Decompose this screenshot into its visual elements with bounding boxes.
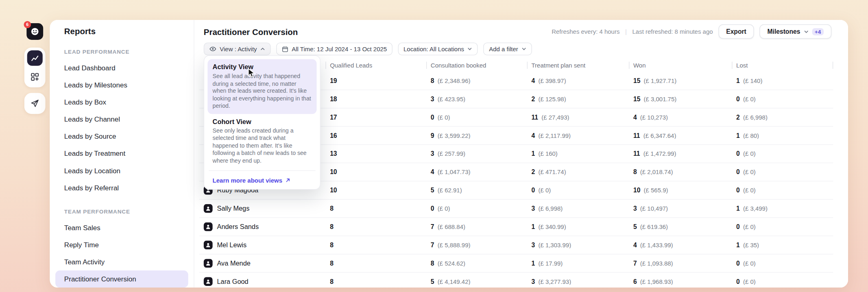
col-header-qualified-leads[interactable]: Qualified Leads (325, 59, 426, 72)
treatment-value: (£ 471.74) (538, 169, 566, 175)
treatment-count: 3 (532, 205, 535, 212)
col-header-won[interactable]: Won (629, 59, 732, 72)
qualified-leads-cell: 16 (325, 132, 426, 139)
dropdown-divider (209, 170, 316, 171)
person-icon (205, 242, 211, 248)
table-row[interactable]: Mel Lewis 8 7 (£ 5,888.99) 3 (£ 1,303.99… (199, 236, 833, 255)
treatment-count: 1 (532, 260, 535, 266)
qualified-leads-cell: 17 (325, 114, 426, 120)
lost-value: (£ 0) (743, 223, 756, 230)
qualified-leads-cell: 8 (325, 242, 426, 248)
table-row[interactable]: Anders Sands 8 7 (£ 688.84) 1 (£ 340.99)… (199, 218, 833, 236)
consultation-count: 5 (431, 278, 434, 285)
consultation-count: 3 (431, 96, 434, 102)
treatment-value: (£ 17.99) (538, 260, 563, 266)
notification-badge: 6 (24, 21, 31, 28)
sidebar-item-leads-by-box[interactable]: Leads by Box (55, 94, 188, 111)
view-option-title: Activity View (213, 63, 312, 71)
person-icon (205, 260, 211, 266)
sidebar-item-leads-by-channel[interactable]: Leads by Channel (55, 111, 188, 128)
treatment-plan-sent-cell: 4 (£ 2,117.99) (527, 132, 629, 139)
lost-count: 0 (736, 150, 740, 157)
milestones-label: Milestones (768, 28, 800, 35)
lost-cell: 0 (£ 0) (732, 223, 833, 230)
treatment-value: (£ 398.97) (538, 77, 566, 84)
line-chart-icon (31, 54, 39, 63)
view-filter-button[interactable]: View : Activity (204, 43, 271, 55)
report-main: Practitioner Conversion Refreshes every:… (194, 20, 848, 288)
qualified-leads-cell: 8 (325, 205, 426, 212)
consultation-value: (£ 423.95) (438, 96, 465, 102)
table-row[interactable]: Ava Mende 8 8 (£ 524.62) 1 (£ 17.99) 7 (… (199, 255, 833, 273)
lost-count: 1 (736, 205, 740, 212)
treatment-value: (£ 125.98) (538, 96, 566, 102)
col-header-consultation-booked[interactable]: Consultation booked (426, 59, 527, 72)
sidebar-sections: LEAD PERFORMANCELead DashboardLeads by M… (55, 49, 188, 288)
won-value: (£ 3,001.75) (644, 96, 677, 102)
calendar-icon (282, 46, 288, 52)
app-logo[interactable]: 6 (26, 23, 43, 40)
sidebar-item-leads-by-milestones[interactable]: Leads by Milestones (55, 76, 188, 94)
apps-nav-button[interactable] (27, 69, 43, 85)
external-link-icon (285, 178, 291, 183)
practitioner-cell: Ava Mende (199, 259, 325, 268)
sidebar-item-reply-time[interactable]: Reply Time (55, 236, 188, 253)
won-cell: 11 (£ 6,347.64) (629, 132, 732, 139)
learn-more-link[interactable]: Learn more about views (207, 173, 316, 186)
sidebar-item-leads-by-treatment[interactable]: Leads by Treatment (55, 145, 188, 162)
treatment-value: (£ 3,277.93) (538, 278, 571, 285)
rail-send-group (24, 93, 46, 114)
add-filter-button[interactable]: Add a filter (484, 43, 532, 55)
consultation-booked-cell: 5 (£ 4,149.42) (426, 278, 527, 285)
practitioner-cell: Mel Lewis (199, 241, 325, 250)
treatment-count: 4 (532, 77, 535, 84)
person-icon (205, 279, 211, 284)
lost-value: (£ 80) (743, 132, 759, 139)
table-row[interactable]: Lara Good 8 5 (£ 4,149.42) 3 (£ 3,277.93… (199, 272, 833, 288)
consultation-booked-cell: 3 (£ 423.95) (426, 96, 527, 102)
qualified-leads-count: 8 (330, 223, 334, 230)
treatment-value: (£ 6,998) (538, 205, 563, 212)
sidebar-item-leads-by-source[interactable]: Leads by Source (55, 128, 188, 145)
won-value: (£ 10,273) (640, 114, 668, 120)
practitioner-cell: Sally Megs (199, 204, 325, 213)
won-cell: 7 (£ 1,093.88) (629, 260, 732, 266)
qualified-leads-count: 19 (330, 77, 337, 84)
treatment-plan-sent-cell: 1 (£ 160) (527, 150, 629, 157)
lost-cell: 0 (£ 0) (732, 96, 833, 102)
treatment-value: (£ 0) (538, 187, 551, 194)
won-count: 10 (633, 187, 640, 194)
export-button[interactable]: Export (718, 24, 754, 39)
location-filter-button[interactable]: Location: All Locations (398, 43, 478, 55)
lost-cell: 0 (£ 0) (732, 150, 833, 157)
lost-cell: 1 (£ 3,499) (732, 205, 833, 212)
reports-nav-button[interactable] (27, 50, 43, 66)
sidebar-item-lead-dashboard[interactable]: Lead Dashboard (55, 59, 188, 76)
view-option-description: See all lead activity that happened duri… (213, 72, 312, 110)
last-refreshed: Last refreshed: 8 minutes ago (632, 28, 713, 35)
treatment-value: (£ 2,117.99) (538, 132, 571, 139)
chevron-down-icon (467, 46, 472, 51)
qualified-leads-count: 17 (330, 114, 337, 120)
view-option-cohort-view[interactable]: Cohort ViewSee only leads created during… (207, 114, 316, 168)
table-row[interactable]: Sally Megs 8 0 (£ 0) 3 (£ 6,998) 3 (£ 10… (199, 200, 833, 218)
sidebar-item-team-activity[interactable]: Team Activity (55, 253, 188, 270)
lost-cell: 1 (£ 80) (732, 132, 833, 139)
lost-value: (£ 0) (743, 169, 756, 175)
sidebar-item-team-sales[interactable]: Team Sales (55, 219, 188, 236)
date-filter-button[interactable]: All Time: 12 Jul 2024 - 13 Oct 2025 (276, 43, 393, 55)
lost-count: 0 (736, 278, 740, 285)
view-option-activity-view[interactable]: Activity ViewSee all lead activity that … (207, 59, 316, 114)
milestones-button[interactable]: Milestones +4 (759, 24, 831, 39)
consultation-booked-cell: 8 (£ 2,348.96) (426, 77, 527, 84)
send-nav-button[interactable] (27, 96, 43, 111)
lost-count: 1 (736, 242, 740, 248)
sidebar-item-practitioner-conversion[interactable]: Practitioner Conversion (55, 270, 188, 288)
sidebar-item-leads-by-location[interactable]: Leads by Location (55, 162, 188, 179)
col-header-treatment-plan-sent[interactable]: Treatment plan sent (527, 59, 629, 72)
won-count: 4 (633, 242, 637, 248)
view-dropdown-options: Activity ViewSee all lead activity that … (207, 59, 316, 168)
sidebar-item-leads-by-referral[interactable]: Leads by Referral (55, 179, 188, 196)
col-header-lost[interactable]: Lost (732, 59, 833, 72)
lost-value: (£ 0) (743, 278, 756, 285)
